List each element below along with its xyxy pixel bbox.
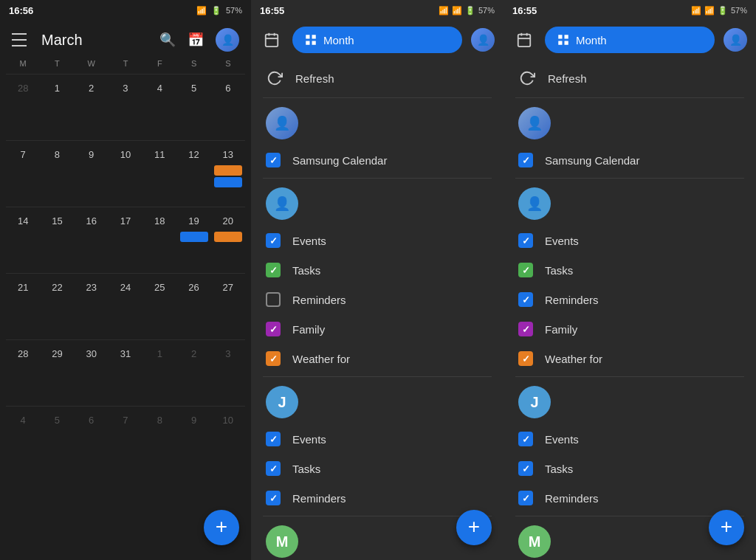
cal-day[interactable]: 19	[176, 207, 210, 273]
weather-checkbox[interactable]: ✓	[266, 351, 281, 366]
cal-day[interactable]: 26	[176, 273, 210, 339]
right-samsung-cal-item[interactable]: ✓ Samsung Calendar	[504, 145, 756, 175]
right-tasks-item[interactable]: ✓ Tasks	[504, 255, 756, 285]
cal-day[interactable]: 25	[142, 273, 176, 339]
right-events-label: Events	[545, 235, 741, 247]
reminders-checkbox[interactable]	[266, 292, 281, 307]
cal-day[interactable]: 29	[40, 339, 74, 406]
cal-day[interactable]: 21	[6, 273, 40, 339]
right-weather-item[interactable]: ✓ Weather for	[504, 344, 756, 373]
cal-day[interactable]: 22	[40, 273, 74, 339]
cal-day[interactable]: 11	[142, 140, 176, 207]
user-avatar-middle[interactable]: 👤	[471, 28, 495, 52]
events-checkbox[interactable]: ✓	[266, 233, 281, 248]
right-j-events-checkbox[interactable]: ✓	[518, 432, 533, 446]
j-tasks-checkbox[interactable]: ✓	[266, 461, 281, 476]
cal-day[interactable]: 2	[176, 339, 210, 406]
j-tasks-item[interactable]: ✓ Tasks	[251, 454, 504, 483]
calendar-view-icon[interactable]: 📅	[188, 32, 204, 48]
cal-day[interactable]: 6	[211, 74, 245, 140]
cal-day[interactable]: 3	[211, 339, 245, 406]
cal-day[interactable]: 3	[109, 74, 142, 140]
cal-day[interactable]: 5	[40, 406, 74, 472]
cal-day[interactable]: 10	[211, 406, 245, 472]
right-j-events-item[interactable]: ✓ Events	[504, 424, 756, 454]
user-avatar[interactable]: 👤	[216, 28, 239, 52]
right-j-tasks-checkbox[interactable]: ✓	[518, 461, 533, 476]
svg-rect-8	[518, 35, 531, 46]
event-bar	[214, 232, 242, 242]
cal-day[interactable]: 8	[40, 140, 74, 207]
cal-day[interactable]: 28	[6, 74, 40, 140]
cal-day[interactable]: 8	[142, 406, 176, 472]
right-family-item[interactable]: ✓ Family	[504, 314, 756, 344]
right-refresh-item[interactable]: Refresh	[504, 62, 756, 94]
samsung-calendar-item[interactable]: ✓ Samsung Calendar	[251, 145, 504, 175]
tasks-item[interactable]: ✓ Tasks	[251, 255, 504, 285]
cal-day[interactable]: 27	[211, 273, 245, 339]
cal-day[interactable]: 30	[75, 339, 109, 406]
cal-day[interactable]: 14	[6, 207, 40, 273]
month-view-button[interactable]: Month	[292, 27, 462, 53]
right-month-view-button[interactable]: Month	[545, 27, 715, 53]
j-events-checkbox[interactable]: ✓	[266, 432, 281, 446]
cal-day[interactable]: 10	[109, 140, 142, 207]
right-calendar-icon[interactable]	[512, 28, 536, 52]
family-item[interactable]: ✓ Family	[251, 314, 504, 344]
cal-day[interactable]: 7	[109, 406, 142, 472]
right-reminders-item[interactable]: ✓ Reminders	[504, 285, 756, 314]
events-item[interactable]: ✓ Events	[251, 226, 504, 255]
search-icon[interactable]: 🔍	[159, 32, 176, 48]
right-events-item[interactable]: ✓ Events	[504, 226, 756, 255]
right-j-reminders-checkbox[interactable]: ✓	[518, 491, 533, 505]
cal-day[interactable]: 24	[109, 273, 142, 339]
cal-day[interactable]: 4	[6, 406, 40, 472]
cal-day[interactable]: 1	[40, 74, 74, 140]
right-tasks-checkbox[interactable]: ✓	[518, 263, 533, 277]
cal-day[interactable]: 9	[176, 406, 210, 472]
cal-day[interactable]: 17	[109, 207, 142, 273]
cal-day[interactable]: 13	[211, 140, 245, 207]
right-j-tasks-item[interactable]: ✓ Tasks	[504, 454, 756, 483]
cal-day[interactable]: 9	[75, 140, 109, 207]
right-refresh-label: Refresh	[548, 72, 741, 85]
right-fab[interactable]: +	[709, 510, 744, 545]
drawer-panel-middle: 16:55 📶 📶 🔋 57% Month 👤 Refresh	[251, 0, 504, 560]
right-j-reminders-item[interactable]: ✓ Reminders	[504, 483, 756, 513]
samsung-cal-checkbox[interactable]: ✓	[266, 153, 281, 167]
refresh-item[interactable]: Refresh	[251, 62, 504, 94]
cal-day[interactable]: 15	[40, 207, 74, 273]
cal-day[interactable]: 2	[75, 74, 109, 140]
cal-day[interactable]: 4	[142, 74, 176, 140]
right-time: 16:55	[512, 5, 537, 16]
hamburger-menu[interactable]	[12, 31, 30, 49]
right-samsung-cal-checkbox[interactable]: ✓	[518, 153, 533, 167]
j-reminders-checkbox[interactable]: ✓	[266, 491, 281, 505]
right-events-checkbox[interactable]: ✓	[518, 233, 533, 248]
right-weather-checkbox[interactable]: ✓	[518, 351, 533, 366]
weather-item[interactable]: ✓ Weather for	[251, 344, 504, 373]
j-reminders-item[interactable]: ✓ Reminders	[251, 483, 504, 513]
cal-day[interactable]: 18	[142, 207, 176, 273]
cal-day[interactable]: 5	[176, 74, 210, 140]
reminders-item[interactable]: Reminders	[251, 285, 504, 314]
cal-day[interactable]: 7	[6, 140, 40, 207]
cal-day[interactable]: 23	[75, 273, 109, 339]
tasks-label: Tasks	[292, 264, 489, 277]
family-checkbox[interactable]: ✓	[266, 322, 281, 336]
middle-fab[interactable]: +	[456, 510, 492, 545]
cal-day[interactable]: 28	[6, 339, 40, 406]
cal-day[interactable]: 1	[142, 339, 176, 406]
calendar-icon[interactable]	[260, 28, 284, 52]
cal-day[interactable]: 16	[75, 207, 109, 273]
right-reminders-checkbox[interactable]: ✓	[518, 292, 533, 307]
add-event-fab[interactable]: +	[204, 510, 239, 545]
j-events-item[interactable]: ✓ Events	[251, 424, 504, 454]
user-avatar-right[interactable]: 👤	[724, 28, 747, 52]
cal-day[interactable]: 12	[176, 140, 210, 207]
cal-day[interactable]: 20	[211, 207, 245, 273]
cal-day[interactable]: 6	[75, 406, 109, 472]
right-family-checkbox[interactable]: ✓	[518, 322, 533, 336]
cal-day[interactable]: 31	[109, 339, 142, 406]
tasks-checkbox[interactable]: ✓	[266, 263, 281, 277]
